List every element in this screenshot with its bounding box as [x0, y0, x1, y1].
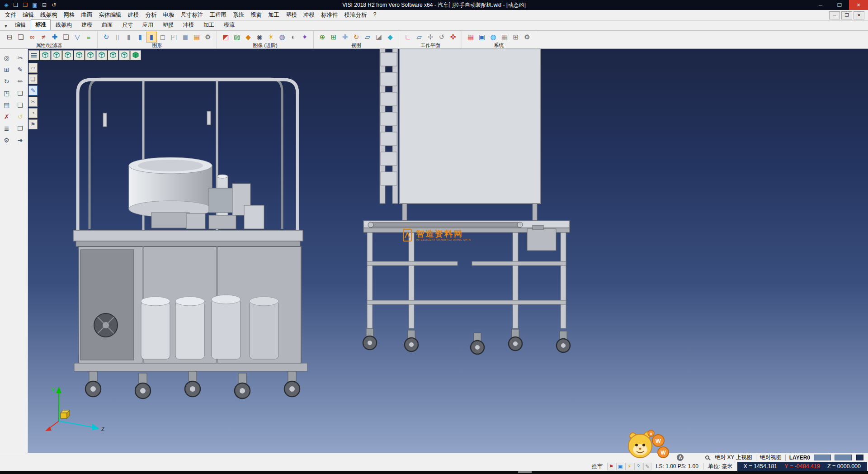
- globe-icon[interactable]: ◍: [488, 32, 499, 43]
- link-icon[interactable]: ∞: [27, 32, 38, 43]
- app-icon[interactable]: ◈: [2, 1, 10, 9]
- right-view-icon[interactable]: [74, 50, 85, 60]
- export-icon[interactable]: ➔: [15, 135, 26, 146]
- cylinder-outline-icon[interactable]: ▯: [112, 32, 123, 43]
- menu-item[interactable]: 冲模: [300, 10, 318, 20]
- ribbon-tab[interactable]: 塑膜: [158, 20, 178, 30]
- shaded-view-icon[interactable]: [130, 50, 141, 60]
- units-label[interactable]: 单位: 毫米: [708, 463, 733, 470]
- menu-item[interactable]: 塑模: [283, 10, 300, 20]
- zoom-window-icon[interactable]: ⊞: [328, 32, 339, 43]
- texture-icon[interactable]: ▨: [231, 32, 242, 43]
- mdi-close-button[interactable]: ✕: [854, 11, 864, 19]
- maximize-button[interactable]: ❐: [830, 0, 849, 10]
- view-plane-icon[interactable]: ▱: [362, 32, 373, 43]
- calculator-icon[interactable]: ⊞: [510, 32, 521, 43]
- sheet-icon[interactable]: ❏: [15, 88, 26, 99]
- light-icon[interactable]: ☀: [265, 32, 276, 43]
- gem-icon[interactable]: ◆: [385, 32, 396, 43]
- copy-icon[interactable]: ❐: [15, 123, 26, 134]
- probe-icon[interactable]: ✎: [28, 85, 38, 95]
- ribbon-tab[interactable]: 建模: [77, 20, 97, 30]
- cylinder-icon[interactable]: ▮: [123, 32, 134, 43]
- snap-grid-icon[interactable]: ⊞: [1, 64, 12, 75]
- menu-item[interactable]: 加工: [265, 10, 283, 20]
- material-icon[interactable]: ◩: [220, 32, 231, 43]
- cplane-origin-icon[interactable]: ✜: [448, 32, 458, 43]
- top-view-icon[interactable]: [62, 50, 73, 60]
- ribbon-tab[interactable]: 标准: [31, 19, 51, 30]
- back-view-icon[interactable]: [96, 50, 107, 60]
- minimize-button[interactable]: ─: [811, 0, 830, 10]
- table-icon[interactable]: ▤: [1, 100, 12, 110]
- grid-settings-icon[interactable]: ▦: [499, 32, 510, 43]
- menu-item[interactable]: 建模: [125, 10, 142, 20]
- filter-icon[interactable]: ▽: [72, 32, 83, 43]
- new-icon[interactable]: ❏: [12, 1, 20, 9]
- box-wire-icon[interactable]: ◻: [157, 32, 168, 43]
- cplane-view-icon[interactable]: ▱: [414, 32, 425, 43]
- eraser-icon[interactable]: ▱: [28, 63, 38, 73]
- background-color-swatch[interactable]: [856, 455, 863, 460]
- attach-icon[interactable]: ✚: [49, 32, 60, 43]
- left-view-icon[interactable]: [85, 50, 96, 60]
- iso-view-icon[interactable]: [40, 50, 51, 60]
- section-icon[interactable]: ◪: [373, 32, 384, 43]
- pan-icon[interactable]: ✛: [340, 32, 350, 43]
- layers-icon[interactable]: ≣: [1, 123, 12, 134]
- cylinder-shaded-icon[interactable]: ▮: [135, 32, 146, 43]
- undo-icon[interactable]: ↺: [15, 111, 26, 122]
- zoom-icon[interactable]: ◎: [1, 52, 12, 63]
- menu-item[interactable]: 网格: [61, 10, 78, 20]
- cplane-axes-icon[interactable]: ∟: [402, 32, 413, 43]
- disk-icon[interactable]: ▣: [616, 463, 624, 470]
- box-icon[interactable]: ◳: [1, 88, 12, 99]
- menu-item[interactable]: 尺寸标注: [178, 10, 207, 20]
- ribbon-tab[interactable]: 应用: [138, 20, 158, 30]
- clipboard-icon[interactable]: ❑: [15, 100, 26, 110]
- menu-item[interactable]: ?: [370, 10, 380, 20]
- ribbon-tab[interactable]: 加工: [199, 20, 219, 30]
- view-mode-label[interactable]: 绝对 XY 上视图: [715, 454, 752, 461]
- front-view-icon[interactable]: [51, 50, 62, 60]
- ribbon-tab[interactable]: 冲模: [179, 20, 198, 30]
- flag-icon[interactable]: ⚑: [28, 119, 38, 129]
- taskbar-peek-nub[interactable]: [518, 471, 532, 473]
- save-icon[interactable]: ▣: [31, 1, 39, 9]
- dynamic-rotate-icon[interactable]: ↻: [351, 32, 362, 43]
- zoom-all-icon[interactable]: ⊕: [317, 32, 328, 43]
- axon-view-icon[interactable]: [119, 50, 130, 60]
- ribbon-tab[interactable]: 曲面: [97, 20, 117, 30]
- camera-icon[interactable]: ◉: [254, 32, 265, 43]
- print-preview-icon[interactable]: ❏: [15, 32, 26, 43]
- brush-icon[interactable]: ✎: [643, 463, 651, 470]
- cylinder-active-icon[interactable]: ▮: [146, 32, 157, 43]
- menu-item[interactable]: 视窗: [247, 10, 265, 20]
- rotate-icon[interactable]: ↻: [1, 76, 12, 87]
- menu-item[interactable]: 系统: [230, 10, 247, 20]
- refresh-icon[interactable]: ↻: [101, 32, 112, 43]
- render-icon[interactable]: ▦: [191, 32, 202, 43]
- color-swatch-2[interactable]: [835, 455, 852, 460]
- help2-icon[interactable]: ?: [634, 463, 642, 470]
- magnifier-icon[interactable]: [705, 455, 709, 460]
- shade-settings-icon[interactable]: ⚙: [203, 32, 213, 43]
- clip-icon[interactable]: ✂: [28, 97, 38, 107]
- menu-item[interactable]: 分析: [142, 10, 160, 20]
- display-settings-icon[interactable]: ▣: [476, 32, 487, 43]
- color-table-icon[interactable]: ▦: [465, 32, 476, 43]
- decal-icon[interactable]: ◆: [243, 32, 254, 43]
- menu-item[interactable]: 电极: [160, 10, 178, 20]
- undo-icon[interactable]: ↺: [50, 1, 58, 9]
- pen-icon[interactable]: ✏: [15, 76, 26, 87]
- mdi-restore-button[interactable]: ❐: [841, 11, 852, 19]
- 3d-viewport[interactable]: ▱❏✎✂◔⚑: [28, 49, 868, 453]
- layer-label[interactable]: LAYER0: [789, 455, 810, 461]
- menu-item[interactable]: 编辑: [19, 10, 37, 20]
- delete-icon[interactable]: ✗: [1, 111, 12, 122]
- cplane-rotate-icon[interactable]: ↺: [436, 32, 447, 43]
- pin-icon[interactable]: ⚑: [607, 463, 615, 470]
- box-cylinder-icon[interactable]: ◰: [169, 32, 179, 43]
- bottom-view-icon[interactable]: [108, 50, 118, 60]
- bolt-icon[interactable]: ⚡: [625, 463, 633, 470]
